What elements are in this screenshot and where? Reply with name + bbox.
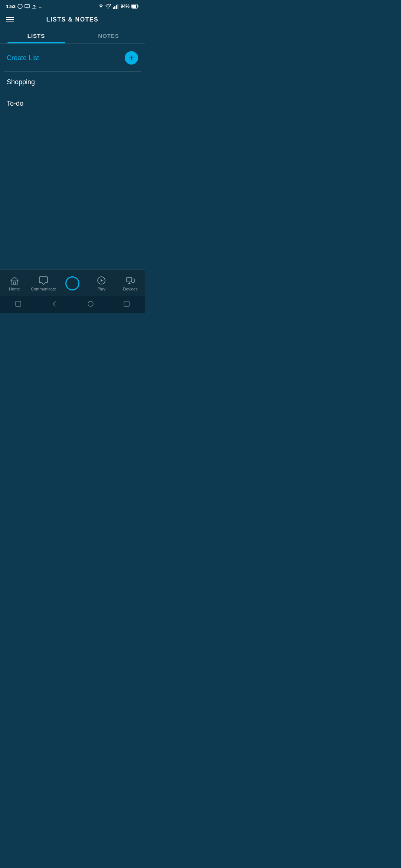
header: LISTS & NOTES bbox=[0, 12, 145, 27]
android-overview-button[interactable] bbox=[123, 300, 130, 309]
play-svg bbox=[97, 276, 106, 285]
home-svg bbox=[10, 276, 19, 285]
back-icon bbox=[51, 300, 58, 307]
svg-rect-1 bbox=[25, 4, 29, 8]
overview-icon bbox=[123, 300, 130, 307]
create-list-row[interactable]: Create List + bbox=[0, 44, 145, 71]
devices-icon bbox=[125, 276, 135, 285]
nav-label-home: Home bbox=[9, 287, 20, 291]
nav-item-communicate[interactable]: Communicate bbox=[29, 276, 58, 291]
alexa-ring-inner bbox=[71, 282, 74, 285]
nav-item-home[interactable]: Home bbox=[0, 276, 29, 291]
tab-notes[interactable]: NOTES bbox=[72, 27, 145, 43]
bottom-nav: Home Communicate Play bbox=[0, 269, 145, 296]
bluetooth-icon bbox=[99, 4, 103, 9]
battery-icon bbox=[131, 4, 139, 9]
devices-svg bbox=[125, 276, 135, 285]
tab-lists[interactable]: LISTS bbox=[0, 27, 72, 43]
status-icon-1 bbox=[17, 4, 23, 9]
status-left: 1:53 … bbox=[6, 4, 43, 9]
status-time: 1:53 bbox=[6, 4, 16, 9]
status-icon-2 bbox=[25, 4, 30, 9]
svg-rect-19 bbox=[132, 279, 134, 282]
android-home-icon bbox=[87, 300, 94, 307]
svg-rect-25 bbox=[124, 301, 129, 306]
nav-label-devices: Devices bbox=[123, 287, 137, 291]
hamburger-line-1 bbox=[6, 17, 14, 18]
status-right: 94% bbox=[99, 4, 139, 9]
android-nav-bar bbox=[0, 296, 145, 313]
create-list-button[interactable]: + bbox=[125, 51, 138, 65]
battery-percent: 94% bbox=[121, 4, 130, 9]
wifi-icon bbox=[105, 4, 111, 9]
hamburger-line-2 bbox=[6, 19, 14, 20]
nav-label-communicate: Communicate bbox=[31, 287, 56, 291]
svg-rect-23 bbox=[16, 301, 21, 306]
list-item-todo[interactable]: To-do bbox=[0, 93, 145, 114]
status-upload-icon bbox=[32, 4, 37, 9]
hamburger-menu-button[interactable] bbox=[6, 17, 14, 22]
hamburger-line-3 bbox=[6, 22, 14, 22]
communicate-icon bbox=[39, 276, 48, 285]
svg-rect-10 bbox=[117, 4, 118, 9]
create-list-label[interactable]: Create List bbox=[7, 54, 39, 62]
tabs-container: LISTS NOTES bbox=[0, 27, 145, 44]
android-home-button[interactable] bbox=[87, 300, 94, 309]
nav-item-play[interactable]: Play bbox=[87, 276, 116, 291]
status-bar: 1:53 … bbox=[0, 0, 145, 12]
svg-rect-18 bbox=[127, 277, 132, 282]
alexa-icon bbox=[65, 276, 79, 290]
list-item-todo-text: To-do bbox=[7, 100, 23, 107]
android-recents-button[interactable] bbox=[15, 300, 22, 309]
status-dots: … bbox=[39, 4, 43, 9]
plus-icon: + bbox=[129, 53, 134, 62]
recents-icon bbox=[15, 300, 22, 307]
svg-rect-8 bbox=[114, 6, 115, 9]
svg-point-0 bbox=[18, 4, 22, 9]
svg-point-24 bbox=[88, 301, 93, 306]
list-item-shopping-text: Shopping bbox=[7, 78, 35, 86]
nav-label-play: Play bbox=[97, 287, 105, 291]
svg-rect-14 bbox=[13, 282, 16, 284]
signal-icon bbox=[113, 4, 119, 9]
android-back-button[interactable] bbox=[51, 300, 58, 309]
nav-item-alexa[interactable] bbox=[58, 276, 87, 290]
page-title: LISTS & NOTES bbox=[46, 16, 98, 23]
list-item-shopping[interactable]: Shopping bbox=[0, 72, 145, 93]
play-icon bbox=[97, 276, 106, 285]
chat-svg bbox=[39, 276, 48, 285]
svg-rect-7 bbox=[113, 7, 114, 9]
svg-rect-12 bbox=[132, 5, 136, 8]
main-content: Create List + Shopping To-do bbox=[0, 44, 145, 269]
svg-rect-9 bbox=[116, 5, 117, 9]
nav-item-devices[interactable]: Devices bbox=[116, 276, 145, 291]
home-icon bbox=[10, 276, 19, 285]
